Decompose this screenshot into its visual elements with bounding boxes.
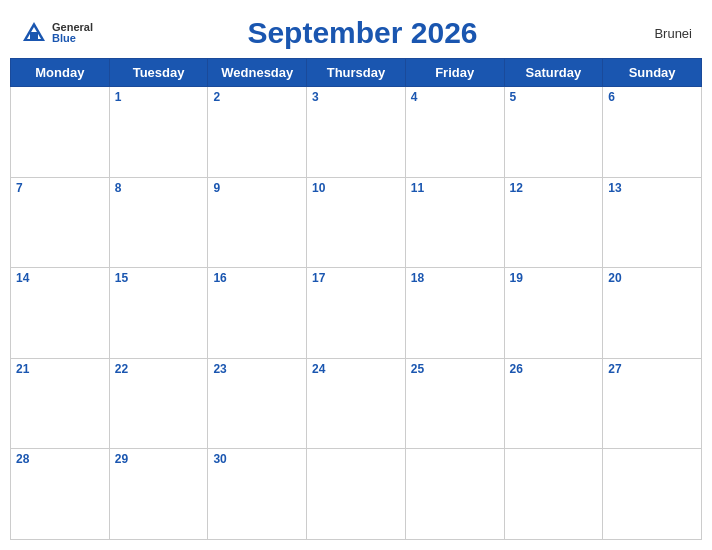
day-number: 8 <box>115 181 203 195</box>
calendar-cell: 11 <box>405 177 504 268</box>
calendar-cell: 30 <box>208 449 307 540</box>
calendar-cell: 17 <box>307 268 406 359</box>
logo: General Blue <box>20 19 93 47</box>
week-row-1: 123456 <box>11 87 702 178</box>
calendar-cell: 1 <box>109 87 208 178</box>
day-number: 3 <box>312 90 400 104</box>
calendar-title: September 2026 <box>247 16 477 50</box>
weekday-friday: Friday <box>405 59 504 87</box>
calendar-cell: 29 <box>109 449 208 540</box>
day-number: 29 <box>115 452 203 466</box>
weekday-header-row: MondayTuesdayWednesdayThursdayFridaySatu… <box>11 59 702 87</box>
weekday-thursday: Thursday <box>307 59 406 87</box>
weekday-sunday: Sunday <box>603 59 702 87</box>
calendar-cell: 3 <box>307 87 406 178</box>
calendar-cell <box>11 87 110 178</box>
calendar-cell: 2 <box>208 87 307 178</box>
generalblue-icon <box>20 19 48 47</box>
day-number: 16 <box>213 271 301 285</box>
calendar-cell: 23 <box>208 358 307 449</box>
calendar-cell <box>603 449 702 540</box>
day-number: 7 <box>16 181 104 195</box>
calendar-cell: 6 <box>603 87 702 178</box>
calendar-cell: 20 <box>603 268 702 359</box>
weekday-saturday: Saturday <box>504 59 603 87</box>
week-row-2: 78910111213 <box>11 177 702 268</box>
day-number: 12 <box>510 181 598 195</box>
weekday-monday: Monday <box>11 59 110 87</box>
calendar-cell: 18 <box>405 268 504 359</box>
day-number: 9 <box>213 181 301 195</box>
day-number: 5 <box>510 90 598 104</box>
day-number: 4 <box>411 90 499 104</box>
header: General Blue September 2026 Brunei <box>10 10 702 52</box>
day-number: 18 <box>411 271 499 285</box>
calendar-cell: 5 <box>504 87 603 178</box>
calendar-body: 1234567891011121314151617181920212223242… <box>11 87 702 540</box>
calendar-cell: 16 <box>208 268 307 359</box>
calendar-cell: 9 <box>208 177 307 268</box>
calendar-cell: 15 <box>109 268 208 359</box>
day-number: 19 <box>510 271 598 285</box>
day-number: 14 <box>16 271 104 285</box>
day-number: 1 <box>115 90 203 104</box>
calendar-cell <box>307 449 406 540</box>
calendar-cell: 8 <box>109 177 208 268</box>
calendar-cell: 19 <box>504 268 603 359</box>
day-number: 13 <box>608 181 696 195</box>
calendar-cell: 26 <box>504 358 603 449</box>
day-number: 10 <box>312 181 400 195</box>
logo-text: General Blue <box>52 22 93 44</box>
calendar-cell: 4 <box>405 87 504 178</box>
calendar-cell: 12 <box>504 177 603 268</box>
day-number: 22 <box>115 362 203 376</box>
calendar-cell: 24 <box>307 358 406 449</box>
calendar-header: MondayTuesdayWednesdayThursdayFridaySatu… <box>11 59 702 87</box>
calendar-cell <box>405 449 504 540</box>
week-row-3: 14151617181920 <box>11 268 702 359</box>
calendar-cell: 22 <box>109 358 208 449</box>
calendar-cell: 10 <box>307 177 406 268</box>
day-number: 27 <box>608 362 696 376</box>
day-number: 15 <box>115 271 203 285</box>
day-number: 11 <box>411 181 499 195</box>
day-number: 26 <box>510 362 598 376</box>
country-label: Brunei <box>632 26 692 41</box>
calendar-table: MondayTuesdayWednesdayThursdayFridaySatu… <box>10 58 702 540</box>
calendar-cell: 27 <box>603 358 702 449</box>
calendar-cell: 7 <box>11 177 110 268</box>
logo-blue-label: Blue <box>52 33 93 44</box>
weekday-tuesday: Tuesday <box>109 59 208 87</box>
calendar-cell: 28 <box>11 449 110 540</box>
calendar-cell: 25 <box>405 358 504 449</box>
day-number: 21 <box>16 362 104 376</box>
day-number: 20 <box>608 271 696 285</box>
calendar-cell <box>504 449 603 540</box>
weekday-wednesday: Wednesday <box>208 59 307 87</box>
day-number: 23 <box>213 362 301 376</box>
calendar-cell: 14 <box>11 268 110 359</box>
calendar-cell: 21 <box>11 358 110 449</box>
day-number: 24 <box>312 362 400 376</box>
svg-rect-3 <box>30 32 38 39</box>
day-number: 25 <box>411 362 499 376</box>
week-row-5: 282930 <box>11 449 702 540</box>
day-number: 6 <box>608 90 696 104</box>
week-row-4: 21222324252627 <box>11 358 702 449</box>
day-number: 30 <box>213 452 301 466</box>
day-number: 2 <box>213 90 301 104</box>
day-number: 28 <box>16 452 104 466</box>
day-number: 17 <box>312 271 400 285</box>
calendar-cell: 13 <box>603 177 702 268</box>
